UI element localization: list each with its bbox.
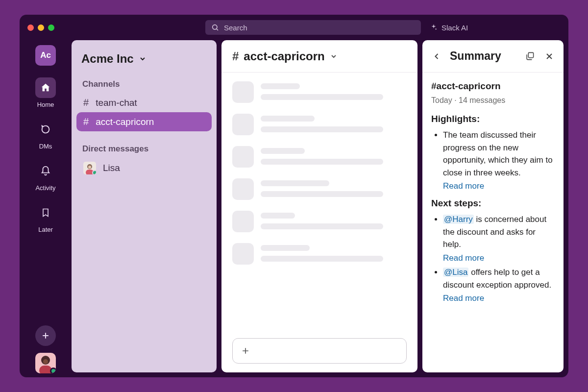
summary-title: Summary (450, 49, 516, 63)
channel-name: acct-capricorn (96, 117, 154, 127)
message-placeholder (232, 243, 407, 265)
channel-item-acct-capricorn[interactable]: # acct-capricorn (76, 112, 212, 131)
nav-home[interactable]: Home (35, 77, 56, 108)
app-body: Ac Home DMs Activity (20, 40, 568, 377)
workspace-switcher[interactable]: Ac (35, 45, 56, 66)
user-mention[interactable]: @Lisa (443, 268, 468, 277)
message-list (221, 73, 417, 334)
channel-name: team-chat (96, 98, 137, 108)
highlights-heading: Highlights: (431, 112, 555, 126)
slack-ai-label: Slack AI (441, 24, 468, 32)
summary-channel: #acct-capricorn (431, 79, 555, 94)
message-placeholder (232, 146, 407, 168)
summary-body: #acct-capricorn Today · 14 messages High… (422, 73, 564, 318)
chevron-down-icon (330, 52, 338, 60)
nav-rail: Ac Home DMs Activity (20, 40, 72, 377)
panels: Acme Inc Channels # team-chat # acct-cap… (72, 40, 568, 377)
self-avatar[interactable] (35, 353, 56, 373)
nextstep-item: @Harry is concerned about the discount a… (443, 213, 555, 264)
search-placeholder: Search (224, 24, 247, 32)
svg-point-8 (88, 166, 91, 169)
svg-point-5 (43, 359, 48, 364)
dm-item-lisa[interactable]: Lisa (76, 158, 212, 178)
highlight-text: The team discussed their progress on the… (443, 130, 553, 177)
bell-icon (35, 161, 56, 181)
minimize-window-button[interactable] (38, 24, 44, 31)
nextsteps-heading: Next steps: (431, 196, 555, 211)
svg-rect-12 (528, 52, 533, 57)
summary-header: Summary (422, 40, 564, 73)
nav-activity[interactable]: Activity (35, 161, 56, 192)
hash-icon: # (83, 97, 89, 108)
read-more-link[interactable]: Read more (443, 252, 555, 265)
dms-icon (35, 119, 56, 140)
bookmark-icon (35, 202, 56, 223)
message-composer[interactable] (232, 338, 407, 364)
close-button[interactable] (543, 50, 556, 63)
nav-dms[interactable]: DMs (35, 119, 56, 150)
summary-panel: Summary #acct-capricorn Today · 14 messa… (422, 40, 564, 372)
nav-later-label: Later (38, 226, 53, 233)
channel-title-button[interactable]: # acct-capricorn (232, 49, 338, 63)
channel-view: # acct-capricorn (221, 40, 417, 372)
message-placeholder (232, 178, 407, 200)
channel-sidebar: Acme Inc Channels # team-chat # acct-cap… (72, 40, 217, 372)
search-input[interactable]: Search (205, 20, 421, 35)
chevron-down-icon (139, 55, 147, 63)
home-icon (35, 77, 56, 98)
workspace-menu[interactable]: Acme Inc (76, 49, 212, 75)
dms-section-label: Direct messages (76, 140, 212, 158)
message-placeholder (232, 114, 407, 135)
workspace-name: Acme Inc (81, 52, 134, 66)
nextstep-item: @Lisa offers help to get a discount exce… (443, 266, 555, 305)
channel-header: # acct-capricorn (221, 40, 417, 73)
highlight-item: The team discussed their progress on the… (443, 129, 555, 193)
search-icon (211, 24, 219, 31)
presence-indicator (50, 368, 56, 373)
channels-section-label: Channels (76, 75, 212, 93)
hash-icon: # (232, 49, 239, 63)
message-placeholder (232, 211, 407, 232)
channel-title: acct-capricorn (244, 49, 324, 63)
nav-dms-label: DMs (39, 143, 52, 150)
app-window: Search Slack AI Ac Home DMs (20, 15, 568, 377)
dm-name: Lisa (103, 163, 120, 173)
dm-avatar (83, 162, 96, 174)
open-in-window-button[interactable] (523, 50, 536, 63)
close-window-button[interactable] (27, 24, 34, 31)
channel-item-team-chat[interactable]: # team-chat (76, 93, 212, 112)
message-placeholder (232, 81, 407, 103)
titlebar: Search Slack AI (20, 15, 568, 40)
user-mention[interactable]: @Harry (443, 215, 474, 224)
sparkle-icon (430, 24, 438, 31)
nav-later[interactable]: Later (35, 202, 56, 233)
svg-line-1 (217, 29, 218, 30)
read-more-link[interactable]: Read more (443, 292, 555, 305)
nav-activity-label: Activity (35, 184, 55, 192)
nav-home-label: Home (37, 101, 54, 108)
hash-icon: # (83, 116, 89, 127)
maximize-window-button[interactable] (48, 24, 54, 31)
read-more-link[interactable]: Read more (443, 180, 555, 193)
svg-point-0 (213, 25, 217, 29)
back-button[interactable] (430, 50, 443, 63)
compose-button[interactable] (35, 325, 56, 346)
presence-indicator (92, 170, 96, 174)
summary-meta: Today · 14 messages (431, 95, 555, 106)
slack-ai-button[interactable]: Slack AI (430, 24, 468, 32)
window-controls (27, 24, 54, 31)
plus-icon[interactable] (241, 346, 250, 356)
